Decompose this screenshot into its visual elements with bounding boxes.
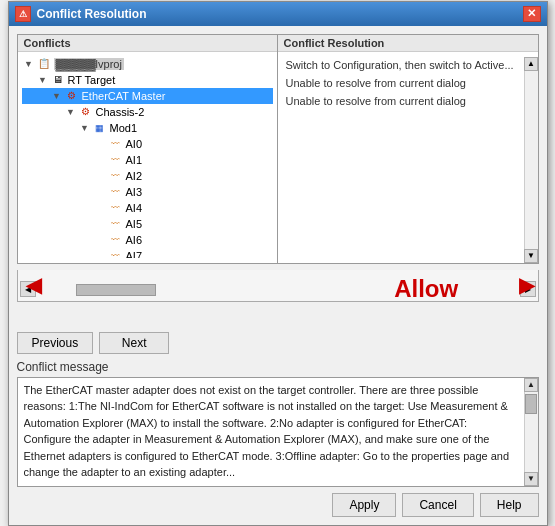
conflict-message-text[interactable]: The EtherCAT master adapter does not exi… <box>24 382 532 482</box>
label-ai5: AI5 <box>126 218 143 230</box>
expander-chassis[interactable]: ▼ <box>64 105 78 119</box>
tree-item-proj[interactable]: ▼ 📋 ▓▓▓▓▓lvproj <box>22 56 273 72</box>
conflict-msg-scroll-thumb[interactable] <box>525 394 537 414</box>
icon-ethercat: ⚙ <box>64 89 80 103</box>
right-scroll-up-button[interactable]: ▲ <box>524 57 538 71</box>
tree-item-ai7[interactable]: 〰 AI7 <box>22 248 273 258</box>
icon-ai4: 〰 <box>108 201 124 215</box>
cr-line-2: Unable to resolve from current dialog <box>286 76 530 91</box>
icon-ai5: 〰 <box>108 217 124 231</box>
icon-ai0: 〰 <box>108 137 124 151</box>
expander-proj[interactable]: ▼ <box>22 57 36 71</box>
tree-item-ai4[interactable]: 〰 AI4 <box>22 200 273 216</box>
next-button[interactable]: Next <box>99 332 169 354</box>
conflict-message-label: Conflict message <box>17 360 539 374</box>
tree-item-chassis[interactable]: ▼ ⚙ Chassis-2 <box>22 104 273 120</box>
icon-ai7: 〰 <box>108 249 124 258</box>
conflict-resolution-pane: Conflict Resolution Switch to Configurat… <box>278 35 538 263</box>
label-ai0: AI0 <box>126 138 143 150</box>
tree-item-ai5[interactable]: 〰 AI5 <box>22 216 273 232</box>
icon-ai1: 〰 <box>108 153 124 167</box>
expander-ethercat[interactable]: ▼ <box>50 89 64 103</box>
tree-item-ai3[interactable]: 〰 AI3 <box>22 184 273 200</box>
arrow-right-indicator: ▶ <box>519 273 534 297</box>
conflict-msg-scrollbar[interactable]: ▲ ▼ <box>524 378 538 486</box>
conflict-msg-scroll-down[interactable]: ▼ <box>524 472 538 486</box>
help-button[interactable]: Help <box>480 493 539 517</box>
icon-mod1: ▦ <box>92 121 108 135</box>
tree-item-ai2[interactable]: 〰 AI2 <box>22 168 273 184</box>
title-bar-left: ⚠ Conflict Resolution <box>15 6 147 22</box>
window-icon: ⚠ <box>15 6 31 22</box>
window-title: Conflict Resolution <box>37 7 147 21</box>
apply-button[interactable]: Apply <box>332 493 396 517</box>
right-scroll-down-button[interactable]: ▼ <box>524 249 538 263</box>
cr-line-1: Switch to Configuration, then switch to … <box>286 58 530 73</box>
conflicts-header: Conflicts <box>18 35 277 52</box>
icon-ai6: 〰 <box>108 233 124 247</box>
title-bar: ⚠ Conflict Resolution ✕ <box>9 2 547 26</box>
window-body: Conflicts ▼ 📋 ▓▓▓▓▓lvproj ▼ 🖥 RT Tar <box>9 26 547 525</box>
conflicts-tree[interactable]: ▼ 📋 ▓▓▓▓▓lvproj ▼ 🖥 RT Target ▼ <box>18 52 277 258</box>
conflict-msg-scroll-up[interactable]: ▲ <box>524 378 538 392</box>
tree-item-ai1[interactable]: 〰 AI1 <box>22 152 273 168</box>
icon-rt: 🖥 <box>50 73 66 87</box>
tree-item-ai6[interactable]: 〰 AI6 <box>22 232 273 248</box>
icon-ai3: 〰 <box>108 185 124 199</box>
label-ai4: AI4 <box>126 202 143 214</box>
bottom-buttons: Apply Cancel Help <box>17 493 539 517</box>
label-mod1: Mod1 <box>110 122 138 134</box>
conflict-message-content: The EtherCAT master adapter does not exi… <box>24 384 510 479</box>
icon-ai2: 〰 <box>108 169 124 183</box>
label-rt: RT Target <box>68 74 116 86</box>
close-button[interactable]: ✕ <box>523 6 541 22</box>
label-chassis: Chassis-2 <box>96 106 145 118</box>
conflict-resolution-header: Conflict Resolution <box>278 35 538 52</box>
label-ethercat: EtherCAT Master <box>82 90 166 102</box>
expander-mod1[interactable]: ▼ <box>78 121 92 135</box>
icon-chassis: ⚙ <box>78 105 94 119</box>
label-ai6: AI6 <box>126 234 143 246</box>
icon-proj: 📋 <box>36 57 52 71</box>
label-ai1: AI1 <box>126 154 143 166</box>
label-ai3: AI3 <box>126 186 143 198</box>
cancel-button[interactable]: Cancel <box>402 493 473 517</box>
tree-item-mod1[interactable]: ▼ ▦ Mod1 <box>22 120 273 136</box>
label-proj: ▓▓▓▓▓lvproj <box>54 58 124 70</box>
main-split-pane: Conflicts ▼ 📋 ▓▓▓▓▓lvproj ▼ 🖥 RT Tar <box>17 34 539 264</box>
hscroll-thumb[interactable] <box>76 284 156 296</box>
right-pane-scrollbar[interactable]: ▲ ▼ <box>524 57 538 263</box>
tree-item-rt[interactable]: ▼ 🖥 RT Target <box>22 72 273 88</box>
conflict-resolution-window: ⚠ Conflict Resolution ✕ Conflicts ▼ 📋 ▓▓… <box>8 1 548 526</box>
label-ai7: AI7 <box>126 250 143 258</box>
allow-expansion-label: Allow Expansion <box>394 276 515 302</box>
cr-line-3: Unable to resolve from current dialog <box>286 94 530 109</box>
conflict-message-box: The EtherCAT master adapter does not exi… <box>17 377 539 487</box>
tree-item-ethercat[interactable]: ▼ ⚙ EtherCAT Master <box>22 88 273 104</box>
conflict-resolution-text: Switch to Configuration, then switch to … <box>278 52 538 258</box>
horizontal-scrollbar[interactable]: ◀ ◀ ▶ Allow Expansion ▶ <box>17 270 539 302</box>
nav-buttons: Previous Next <box>17 332 539 354</box>
previous-button[interactable]: Previous <box>17 332 94 354</box>
label-ai2: AI2 <box>126 170 143 182</box>
expander-rt[interactable]: ▼ <box>36 73 50 87</box>
conflicts-pane: Conflicts ▼ 📋 ▓▓▓▓▓lvproj ▼ 🖥 RT Tar <box>18 35 278 263</box>
tree-item-ai0[interactable]: 〰 AI0 <box>22 136 273 152</box>
